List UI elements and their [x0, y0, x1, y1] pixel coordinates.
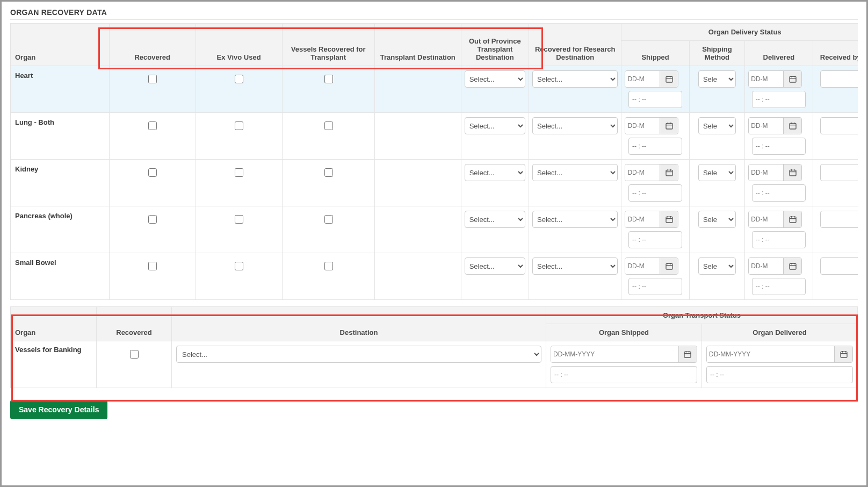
oop-select[interactable]: Select...	[465, 117, 525, 134]
recovered-checkbox[interactable]	[130, 350, 139, 359]
svg-rect-28	[790, 217, 796, 223]
date-input[interactable]	[749, 164, 783, 181]
date-input[interactable]	[749, 258, 783, 274]
calendar-button[interactable]	[660, 211, 678, 227]
received-by-input[interactable]	[820, 164, 858, 181]
received-by-input[interactable]	[820, 211, 858, 228]
recovered-checkbox[interactable]	[148, 215, 157, 224]
oop-select[interactable]: Select...	[465, 257, 525, 275]
time-input[interactable]	[752, 138, 806, 155]
received-by-input[interactable]	[820, 117, 858, 134]
recovered-checkbox[interactable]	[148, 168, 157, 177]
research-select[interactable]: Select...	[532, 117, 618, 134]
time-input[interactable]	[628, 278, 682, 295]
vessels-checkbox[interactable]	[324, 262, 333, 270]
cell-recovered	[109, 160, 196, 206]
exvivo-checkbox[interactable]	[235, 215, 243, 224]
date-input[interactable]	[749, 71, 783, 87]
date-picker	[625, 164, 678, 181]
research-select[interactable]: Select...	[532, 70, 618, 88]
calendar-icon	[665, 215, 674, 224]
method-select[interactable]: Sele	[698, 164, 736, 181]
time-input[interactable]	[628, 231, 682, 248]
vessels-checkbox[interactable]	[324, 75, 333, 83]
cell-vessels	[282, 113, 374, 160]
time-input[interactable]	[752, 231, 806, 248]
cell-organ: Small Bowel	[11, 253, 110, 300]
th-tdest: Transplant Destination	[374, 24, 461, 66]
time-input[interactable]	[752, 184, 806, 202]
calendar-icon	[789, 215, 797, 224]
research-select[interactable]: Select...	[532, 164, 618, 181]
oop-select[interactable]: Select...	[465, 164, 525, 181]
recovered-checkbox[interactable]	[148, 121, 157, 130]
oop-select[interactable]: Select...	[465, 70, 525, 88]
calendar-button[interactable]	[660, 118, 678, 134]
date-picker	[625, 70, 678, 88]
date-input[interactable]	[707, 346, 834, 362]
cell-delivered	[701, 341, 857, 388]
calendar-icon	[665, 121, 674, 130]
date-picker	[748, 164, 802, 181]
vessels-checkbox[interactable]	[324, 168, 333, 177]
vessels-checkbox[interactable]	[324, 121, 333, 130]
calendar-button[interactable]	[660, 164, 678, 181]
cell-method: Sele	[689, 66, 744, 113]
calendar-button[interactable]	[660, 71, 678, 87]
method-select[interactable]: Sele	[698, 257, 736, 275]
calendar-button[interactable]	[834, 346, 852, 362]
date-input[interactable]	[625, 71, 660, 87]
calendar-button[interactable]	[783, 211, 801, 227]
date-picker	[748, 257, 802, 275]
destination-select[interactable]: Select...	[176, 346, 541, 363]
time-input[interactable]	[628, 184, 682, 202]
calendar-button[interactable]	[783, 118, 801, 134]
date-input[interactable]	[625, 258, 660, 274]
calendar-icon	[665, 75, 674, 83]
calendar-icon	[665, 262, 674, 270]
recovered-checkbox[interactable]	[148, 75, 157, 83]
table-row: Vessels for BankingSelect...	[11, 341, 858, 388]
table-row: Pancreas (whole)Select...Select...Sele	[11, 206, 858, 253]
calendar-button[interactable]	[783, 164, 801, 181]
time-input[interactable]	[628, 91, 682, 108]
th-exvivo: Ex Vivo Used	[196, 24, 282, 66]
th-shipped: Shipped	[621, 41, 689, 66]
date-input[interactable]	[749, 211, 783, 227]
method-select[interactable]: Sele	[698, 117, 736, 134]
received-by-input[interactable]	[820, 70, 858, 88]
date-input[interactable]	[625, 164, 660, 181]
time-input[interactable]	[752, 91, 806, 108]
date-input[interactable]	[625, 211, 660, 227]
date-input[interactable]	[551, 346, 678, 362]
exvivo-checkbox[interactable]	[235, 121, 243, 130]
calendar-button[interactable]	[783, 71, 801, 87]
calendar-button[interactable]	[783, 258, 801, 274]
time-input[interactable]	[752, 278, 806, 295]
date-input[interactable]	[625, 118, 660, 134]
save-button[interactable]: Save Recovery Details	[10, 400, 107, 419]
th-organ: Organ	[11, 24, 110, 66]
date-input[interactable]	[749, 118, 783, 134]
research-select[interactable]: Select...	[532, 211, 618, 228]
time-input[interactable]	[706, 366, 853, 383]
cell-shipped	[621, 66, 689, 113]
cell-shipped	[546, 341, 701, 388]
vessels-checkbox[interactable]	[324, 215, 333, 224]
exvivo-checkbox[interactable]	[235, 262, 243, 270]
method-select[interactable]: Sele	[698, 70, 736, 88]
svg-rect-40	[684, 352, 691, 357]
received-by-input[interactable]	[820, 257, 858, 275]
time-input[interactable]	[551, 366, 697, 383]
oop-select[interactable]: Select...	[465, 211, 525, 228]
calendar-button[interactable]	[678, 346, 697, 362]
exvivo-checkbox[interactable]	[235, 168, 243, 177]
cell-exvivo	[196, 253, 282, 300]
time-input[interactable]	[628, 138, 682, 155]
exvivo-checkbox[interactable]	[235, 75, 243, 83]
cell-exvivo	[196, 66, 282, 113]
method-select[interactable]: Sele	[698, 211, 736, 228]
recovered-checkbox[interactable]	[148, 262, 157, 270]
research-select[interactable]: Select...	[532, 257, 618, 275]
calendar-button[interactable]	[660, 258, 678, 274]
